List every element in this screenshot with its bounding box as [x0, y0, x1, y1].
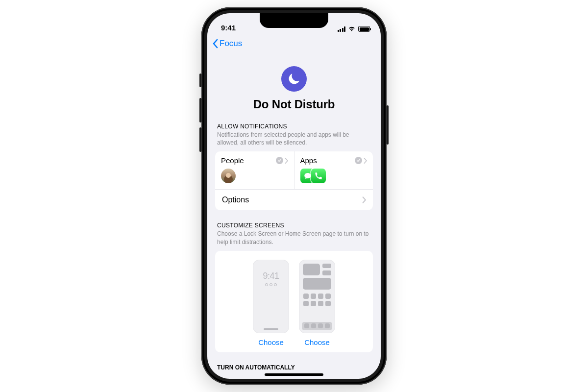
customize-section-desc: Choose a Lock Screen or Home Screen page…: [215, 230, 373, 250]
allow-section-desc: Notifications from selected people and a…: [215, 131, 373, 151]
allow-apps-cell[interactable]: Apps: [294, 151, 373, 189]
nav-bar: Focus: [207, 35, 381, 52]
hardware-side-button: [387, 105, 389, 145]
cellular-icon: [338, 26, 346, 32]
back-button[interactable]: Focus: [212, 39, 242, 49]
people-label: People: [221, 156, 244, 165]
page-header: Do Not Disturb: [207, 52, 381, 123]
scroll-content[interactable]: Do Not Disturb ALLOW NOTIFICATIONS Notif…: [207, 52, 381, 379]
options-label: Options: [222, 196, 249, 204]
options-row[interactable]: Options: [215, 189, 373, 210]
iphone-frame: 9:41 Focus: [201, 7, 387, 385]
screen: 9:41 Focus: [207, 13, 381, 379]
back-label: Focus: [220, 39, 242, 49]
status-time: 9:41: [221, 24, 236, 32]
device-notch: [260, 13, 328, 28]
choose-lock-screen-button[interactable]: Choose: [258, 338, 284, 346]
checkmark-icon: [276, 157, 283, 164]
moon-icon: [281, 66, 307, 92]
hardware-volume-up: [199, 98, 201, 122]
checkmark-icon: [355, 157, 362, 164]
dock-mini: [302, 322, 332, 330]
home-screen-preview[interactable]: [299, 260, 335, 333]
customize-card: 9:41 Choose: [215, 251, 373, 352]
lock-screen-preview[interactable]: 9:41: [253, 260, 289, 333]
chevron-right-icon: [285, 158, 288, 164]
lock-screen-time: 9:41: [253, 271, 289, 281]
apps-label: Apps: [300, 156, 317, 165]
home-indicator[interactable]: [265, 373, 323, 376]
allow-card: People: [215, 151, 373, 210]
home-screen-column: Choose: [299, 260, 335, 346]
allow-section-header: ALLOW NOTIFICATIONS: [215, 123, 373, 131]
section-customize-screens: CUSTOMIZE SCREENS Choose a Lock Screen o…: [207, 222, 381, 352]
section-allow-notifications: ALLOW NOTIFICATIONS Notifications from s…: [207, 123, 381, 210]
lock-screen-column: 9:41 Choose: [253, 260, 289, 346]
home-indicator-mini: [264, 328, 278, 330]
chevron-right-icon: [362, 196, 366, 203]
status-right: [338, 26, 370, 32]
allowed-apps: [300, 169, 368, 183]
choose-home-screen-button[interactable]: Choose: [304, 338, 330, 346]
customize-section-header: CUSTOMIZE SCREENS: [215, 222, 373, 230]
chevron-right-icon: [364, 158, 367, 164]
lock-screen-widgets-placeholder: [253, 283, 289, 286]
contact-avatar: [221, 169, 236, 183]
page-title: Do Not Disturb: [253, 98, 335, 111]
phone-app-icon: [311, 169, 326, 183]
hardware-volume-down: [199, 127, 201, 152]
allow-people-cell[interactable]: People: [215, 151, 294, 189]
chevron-left-icon: [212, 39, 218, 49]
next-section-header: TURN ON AUTOMATICALLY: [207, 364, 381, 371]
battery-icon: [358, 26, 370, 32]
hardware-silence-switch: [199, 74, 201, 87]
wifi-icon: [348, 26, 356, 32]
